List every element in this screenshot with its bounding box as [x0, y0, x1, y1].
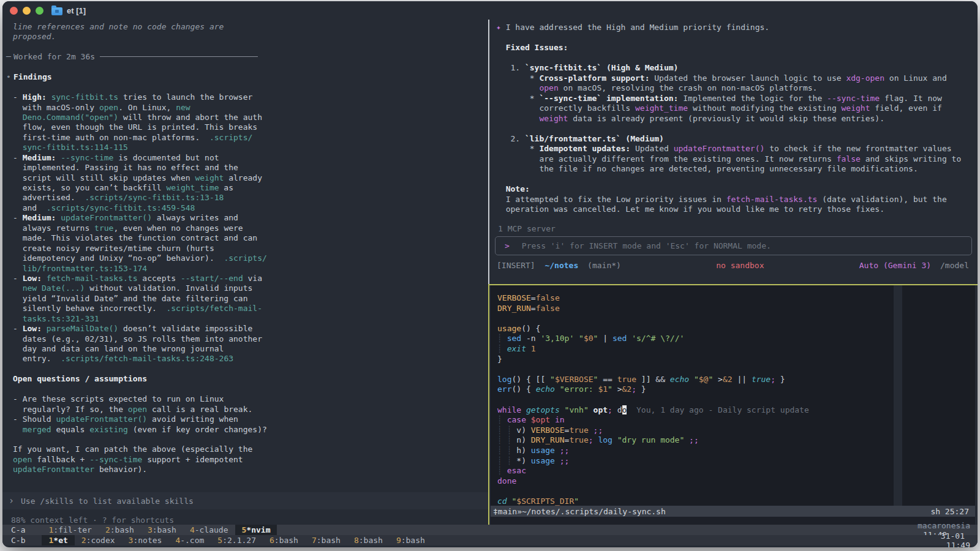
text-line: usage() {: [497, 324, 809, 334]
text-line: new Date(...) without validation. Invali…: [13, 283, 267, 293]
tmux-window-4[interactable]: 4-.com: [168, 535, 211, 545]
text-line: dates (e.g., 02/31), so JS rolls them in…: [13, 334, 267, 344]
text-line: flow, even though the URL is printed. Th…: [13, 122, 267, 132]
gemini-status-left: [INSERT] ~/notes (main*): [497, 261, 621, 270]
tmux-window-list: 1:fil-ter2:bash3:bash4-claude5*nvim: [42, 525, 277, 535]
text-line: script will still skip updates when weig…: [13, 173, 267, 183]
tmux-window-5[interactable]: 5*nvim: [235, 525, 277, 535]
text-line: day and data can land on the wrong journ…: [13, 344, 267, 354]
text-line: [497, 395, 809, 405]
text-line: create noisy rewrites/mtime churn (hurts: [13, 244, 267, 253]
text-line: [496, 174, 961, 185]
text-line: - Medium: --sync-time is documented but …: [13, 153, 267, 163]
claude-input-bar[interactable]: › Use /skills to list available skills: [2, 492, 488, 509]
tmux-statusbar-inner: C-a 1:fil-ter2:bash3:bash4-claude5*nvim …: [2, 525, 978, 535]
text-line: [496, 124, 961, 134]
tmux-window-3[interactable]: 3:bash: [141, 525, 183, 535]
gemini-output: ✦ I have addressed the High and Medium p…: [496, 23, 961, 215]
text-line: while getopts "vnh" opt; do You, 1 day a…: [497, 405, 809, 416]
text-line: made. This violates the function contrac…: [13, 233, 267, 243]
text-line: }: [497, 354, 809, 365]
text-line: ┊ ┊ h) usage ;;: [497, 446, 809, 456]
gemini-input-box[interactable]: > Press 'i' for INSERT mode and 'Esc' fo…: [495, 236, 972, 255]
gemini-statusbar: [INSERT] ~/notes (main*) no sandbox Auto…: [497, 261, 969, 270]
titlebar[interactable]: et [1]: [2, 1, 978, 20]
text-line: lib/frontmatter.ts:153-174: [13, 264, 267, 274]
text-line: cd "$SCRIPTS_DIR": [497, 497, 809, 506]
text-line: If you want, I can patch the above (espe…: [13, 444, 267, 454]
text-line: DRY_RUN=false: [497, 304, 809, 314]
text-line: [13, 435, 267, 444]
tmux-window-8[interactable]: 8:bash: [347, 535, 390, 545]
text-line: the file if no changes are detected, pre…: [496, 164, 961, 174]
nvim-pane[interactable]: VERBOSE=falseDRY_RUN=false usage() {┊ se…: [489, 285, 978, 525]
prompt-icon: >: [505, 241, 510, 250]
minimize-button[interactable]: [23, 7, 31, 15]
code-lines: VERBOSE=falseDRY_RUN=false usage() {┊ se…: [497, 293, 809, 506]
vim-statusline-file: ‡main»~/notes/.scripts/daily-sync.sh: [493, 507, 666, 516]
tmux-window-7[interactable]: 7:bash: [305, 535, 347, 545]
context-indicator: 88% context left · ? for shortcuts: [11, 515, 174, 525]
text-line: 1. `sync-fitbit.ts` (High & Medium): [496, 63, 961, 73]
tmux-window-6[interactable]: 6:bash: [263, 535, 305, 545]
tmux-window-4[interactable]: 4-claude: [183, 525, 235, 535]
text-line: ─ Worked for 2m 36s: [13, 52, 267, 62]
traffic-lights: [10, 7, 43, 15]
text-line: [496, 33, 961, 43]
text-line: err() { echo "error: $1" >&2; }: [497, 384, 809, 395]
text-line: regularly? If so, the open call is a rea…: [13, 405, 267, 414]
text-line: Deno.Command("open") will throw and abor…: [13, 113, 267, 122]
text-line: with macOS-only open. On Linux, new: [13, 103, 267, 113]
text-line: are actually different from the existing…: [496, 154, 961, 165]
git-branch: (main*): [587, 261, 621, 270]
tmux-window-2[interactable]: 2:bash: [99, 525, 141, 535]
text-line: [497, 313, 809, 324]
model-indicator: Auto (Gemini 3): [859, 261, 931, 270]
text-line: [13, 42, 267, 52]
vim-empty-split[interactable]: [902, 285, 975, 506]
maximize-button[interactable]: [36, 7, 43, 15]
text-line: yield “Invalid Date” and the date filter…: [13, 294, 267, 304]
text-line: first-time auth on non-mac platforms. .s…: [13, 133, 267, 143]
text-line: [497, 364, 809, 375]
text-line: 2. `lib/frontmatter.ts` (Medium): [496, 134, 961, 144]
tmux-prefix-label: C-b: [11, 536, 25, 545]
text-line: merged equals existing (even if key orde…: [13, 425, 267, 435]
window-title: et [1]: [67, 6, 86, 15]
text-line: - High: sync-fitbit.ts tries to launch t…: [13, 92, 267, 102]
text-line: exists, so you can’t backfill weight_tim…: [13, 183, 267, 193]
text-line: Note:: [496, 184, 961, 195]
text-line: Open questions / assumptions: [13, 374, 267, 384]
tmux-window-1[interactable]: 1:fil-ter: [42, 525, 98, 535]
mcp-server-status: 1 MCP server: [498, 224, 556, 233]
tmux-prefix-label: C-a: [11, 525, 25, 534]
tmux-window-9[interactable]: 9:bash: [390, 535, 432, 545]
text-line: - Low: fetch-mail-tasks.ts accepts --sta…: [13, 274, 267, 283]
code-buffer[interactable]: VERBOSE=falseDRY_RUN=false usage() {┊ se…: [491, 285, 894, 506]
gemini-cli-pane[interactable]: ✦ I have addressed the High and Medium p…: [489, 20, 978, 284]
text-line: always returns true, even when no change…: [13, 223, 267, 233]
text-line: weight data is already present (previous…: [496, 114, 961, 124]
text-line: ┊ ┊ v) VERBOSE=true ;;: [497, 425, 809, 436]
text-line: [13, 364, 267, 374]
tmux-window-3[interactable]: 3:notes: [122, 535, 169, 545]
tmux-window-1[interactable]: 1*et: [42, 535, 74, 545]
text-line: ┊ sed -n '3,10p' "$0" | sed 's/^# \?//': [497, 334, 809, 344]
text-line: open on macOS, resolving the crash on no…: [496, 83, 961, 94]
text-line: ┊ ┊ *) usage ;;: [497, 456, 809, 467]
vim-split-divider[interactable]: [894, 285, 902, 506]
gemini-input-placeholder: Press 'i' for INSERT mode and 'Esc' for …: [522, 241, 771, 250]
clock: 11:49: [946, 541, 970, 548]
close-button[interactable]: [10, 7, 18, 15]
text-line: proposed.: [13, 32, 267, 42]
text-line: - Low: parseMailDate() doesn’t validate …: [13, 324, 267, 334]
tmux-window-5[interactable]: 5:2.1.27: [211, 535, 263, 545]
text-line: I attempted to fix the Low priority issu…: [496, 195, 961, 205]
claude-code-pane[interactable]: line references and note no code changes…: [2, 20, 488, 525]
tmux-window-2[interactable]: 2:codex: [75, 535, 122, 545]
claude-output: line references and note no code changes…: [13, 22, 267, 475]
text-line: * Cross-platform support: Updated the br…: [496, 73, 961, 84]
sandbox-status: no sandbox: [716, 261, 764, 270]
title-group: et [1]: [51, 5, 86, 16]
terminal-window: et [1] line references and note no code …: [2, 1, 978, 547]
